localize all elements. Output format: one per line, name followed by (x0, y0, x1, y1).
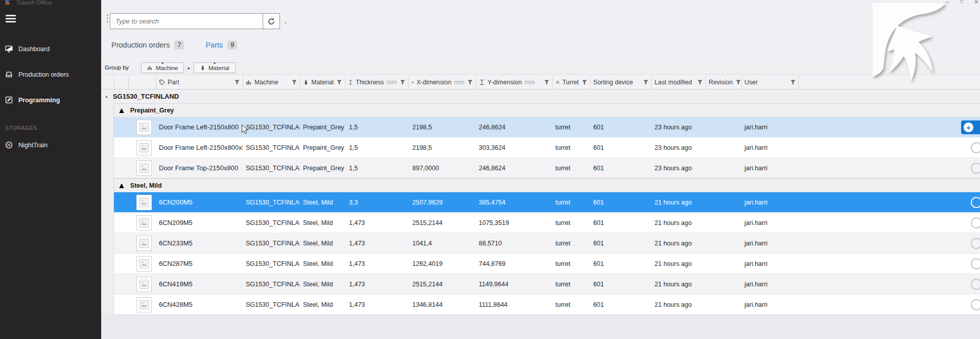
sidebar-item-nighttrain[interactable]: N NightTrain (0, 138, 101, 152)
inbox-icon (5, 71, 13, 78)
search-dropdown-caret-icon[interactable]: ▾ (285, 20, 287, 25)
collapse-caret-icon[interactable]: ▲ (118, 181, 126, 190)
cell-sorting: 601 (590, 199, 651, 206)
cell-xdim: 1262,4019 (408, 260, 476, 267)
column-header-label: Material (311, 79, 334, 86)
row-select-circle[interactable] (971, 258, 980, 269)
table-row-door-frame-left-2150x800x50[interactable]: Door Frame Left-2150x800x50SG1530_TCFINL… (114, 137, 980, 157)
filter-icon[interactable] (581, 79, 588, 85)
cell-thickness: 3,3 (345, 199, 408, 206)
subgroup-label: Steel, Mild (130, 182, 162, 189)
tab-production-orders[interactable]: Production orders 7 (111, 40, 184, 50)
filter-icon[interactable] (697, 79, 703, 85)
group-chip-label: Material (208, 65, 229, 71)
filter-icon[interactable] (544, 79, 550, 85)
row-select-circle[interactable] (971, 163, 980, 174)
filter-icon[interactable] (467, 79, 473, 85)
column-header-machine[interactable]: Machine (243, 76, 300, 89)
refresh-button[interactable] (263, 14, 279, 29)
column-header-part[interactable]: Part (156, 76, 243, 89)
cell-machine: SG1530_TCFINLAND (243, 260, 300, 267)
row-select-circle[interactable] (971, 197, 980, 208)
tag-icon (159, 79, 165, 85)
cell-material: Prepaint_Grey (300, 144, 345, 151)
dashboard-icon (5, 45, 13, 53)
collapse-caret-icon[interactable]: ▲ (105, 95, 108, 98)
column-header-thickness[interactable]: Thicknessmm (345, 76, 409, 89)
table-row-6cn428m5[interactable]: 6CN428M5SG1530_TCFINLANDSteel, Mild1,473… (114, 294, 980, 314)
cell-part: Door Frame Top-2150x800 (156, 164, 243, 172)
subgroup-header-prepaint-grey[interactable]: ▲Prepaint_Grey (114, 104, 980, 117)
cell-sorting: 601 (590, 124, 651, 131)
cell-turret: turret (552, 199, 590, 206)
column-header-user[interactable]: User (742, 76, 799, 89)
cell-thumbnail (128, 215, 156, 231)
sidebar-item-label: Production orders (18, 71, 69, 78)
group-header-sg1530-tcfinland[interactable]: ▲SG1530_TCFINLAND (101, 89, 980, 103)
cell-machine: SG1530_TCFINLAND (243, 124, 300, 131)
cell-machine: SG1530_TCFINLAND (243, 199, 300, 206)
cell-modified: 23 hours ago (651, 165, 706, 172)
filter-icon[interactable] (790, 79, 796, 85)
column-header-y-dimension[interactable]: Y-dimensionmm (476, 76, 553, 89)
table-row-door-frame-left-2150x800[interactable]: Door Frame Left-2150x800SG1530_TCFINLAND… (114, 117, 980, 137)
table-row-6cn233m5[interactable]: 6CN233M5SG1530_TCFINLANDSteel, Mild1,473… (114, 233, 980, 253)
cell-turret: turret (552, 281, 590, 288)
column-header-x-dimension[interactable]: X-dimensionmm (409, 76, 476, 89)
column-unit-label: mm (387, 79, 398, 86)
table-row-door-frame-top-2150x800[interactable]: Door Frame Top-2150x800SG1530_TCFINLANDP… (114, 157, 980, 178)
group-chip-material[interactable]: ▲ Material (194, 62, 236, 73)
cell-user: jari.harri (741, 281, 799, 288)
minimize-icon[interactable]: – (946, 0, 949, 5)
subgroup-header-steel-mild[interactable]: ▲Steel, Mild (114, 179, 980, 192)
cell-modified: 23 hours ago (651, 124, 706, 131)
cell-xdim: 2515,2144 (408, 281, 476, 288)
cell-thumbnail (128, 120, 156, 135)
table-row-6cn209m5[interactable]: 6CN209M5SG1530_TCFINLANDSteel, Mild1,473… (114, 212, 980, 233)
chip-separator-arrow-icon[interactable]: ▸ (188, 65, 190, 71)
column-header-last-modified[interactable]: Last modified (652, 76, 706, 89)
table-row-6cn419m5[interactable]: 6CN419M5SG1530_TCFINLANDSteel, Mild1,473… (114, 274, 980, 294)
cell-modified: 23 hours ago (651, 144, 706, 151)
sidebar-section-storages: STORAGES (0, 125, 101, 131)
filter-icon[interactable] (643, 79, 649, 85)
column-header-revision[interactable]: Revision (706, 76, 742, 89)
table-row-6cn200m5[interactable]: 6CN200M5SG1530_TCFINLANDSteel, Mild3,325… (114, 192, 980, 212)
filter-icon[interactable] (291, 79, 297, 85)
window-controls: – □ × (946, 0, 978, 5)
sidebar-item-dashboard[interactable]: Dashboard (0, 42, 101, 56)
material-icon (303, 79, 309, 85)
search-input[interactable] (110, 14, 263, 29)
cell-modified: 21 hours ago (651, 301, 706, 308)
column-header-turret[interactable]: Turret (553, 76, 591, 89)
filter-icon[interactable] (400, 79, 406, 85)
filter-icon[interactable] (735, 79, 741, 85)
row-select-circle[interactable] (971, 299, 980, 310)
column-header-sorting-device[interactable]: Sorting device (591, 76, 652, 89)
cell-machine: SG1530_TCFINLAND (243, 144, 300, 151)
add-program-button[interactable]: + (961, 120, 980, 134)
maximize-icon[interactable]: □ (960, 0, 963, 5)
filter-icon[interactable] (336, 79, 342, 85)
nighttrain-icon: N (5, 141, 13, 149)
row-select-circle[interactable] (971, 142, 980, 153)
column-header-material[interactable]: Material (300, 76, 345, 89)
row-select-circle[interactable] (971, 279, 980, 290)
row-select-circle[interactable] (971, 217, 980, 229)
group-chip-machine[interactable]: ▲ Machine (141, 62, 184, 73)
collapse-caret-icon[interactable]: ▲ (118, 106, 126, 115)
table-row-6cn287m5[interactable]: 6CN287M5SG1530_TCFINLANDSteel, Mild1,473… (114, 253, 980, 274)
sort-caret-icon: ▲ (213, 61, 216, 64)
filter-icon[interactable] (234, 79, 240, 85)
close-icon[interactable]: × (974, 0, 978, 5)
tab-parts[interactable]: Parts 9 (205, 40, 237, 50)
row-select-circle[interactable] (971, 238, 980, 249)
sidebar-item-programming[interactable]: Programming (0, 93, 101, 107)
header-spacer-cell (101, 76, 114, 89)
app-window: Tulus® Office Dashboard Production order… (0, 0, 980, 339)
column-header-label: Turret (563, 79, 579, 86)
sidebar-item-production-orders[interactable]: Production orders (0, 67, 101, 82)
cell-ydim: 246,8624 (476, 165, 552, 172)
hamburger-menu-icon[interactable] (6, 15, 16, 22)
column-unit-label: mm (454, 79, 465, 86)
